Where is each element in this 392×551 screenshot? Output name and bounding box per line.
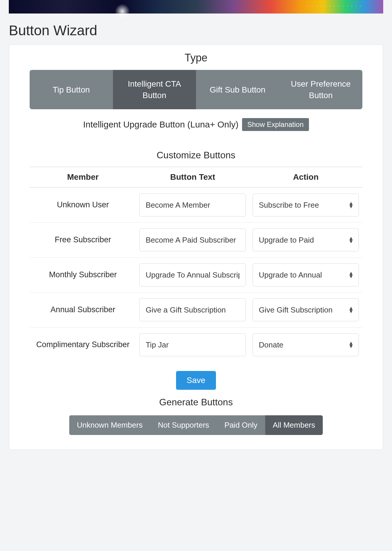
member-monthly-subscriber: Monthly Subscriber [30,269,136,280]
table-row: Annual Subscriber Give Gift Subscription… [30,293,362,327]
type-tab-group: Tip Button Intelligent CTA Button Gift S… [30,70,362,109]
table-row: Monthly Subscriber Upgrade to Annual ▲▼ [30,258,362,293]
member-complimentary-subscriber: Complimentary Subscriber [30,339,136,350]
customize-heading: Customize Buttons [9,143,383,167]
table-header-row: Member Button Text Action [30,167,362,188]
action-select-annual[interactable]: Give Gift Subscription [253,298,359,321]
gentab-unknown-members[interactable]: Unknown Members [69,415,150,435]
type-heading: Type [9,45,383,70]
page-title: Button Wizard [9,22,383,38]
intelligent-upgrade-label: Intelligent Upgrade Button (Luna+ Only) [83,120,239,130]
buttontext-input-unknown[interactable] [139,194,246,216]
action-select-monthly[interactable]: Upgrade to Annual [253,263,359,286]
col-member-header: Member [30,172,136,182]
col-action-header: Action [249,172,362,182]
tab-gift-sub[interactable]: Gift Sub Button [196,70,279,109]
col-buttontext-header: Button Text [136,172,249,182]
main-container: Button Wizard Type Tip Button Intelligen… [0,14,392,459]
type-subheader: Intelligent Upgrade Button (Luna+ Only) … [9,109,383,143]
generate-tab-group: Unknown Members Not Supporters Paid Only… [69,415,323,435]
tab-tip-button[interactable]: Tip Button [30,70,113,109]
generate-heading: Generate Buttons [9,393,383,412]
buttontext-input-complimentary[interactable] [139,333,246,356]
tab-user-preference[interactable]: User Preference Button [279,70,363,109]
gentab-all-members[interactable]: All Members [265,415,323,435]
save-button[interactable]: Save [176,371,216,390]
table-row: Complimentary Subscriber Donate ▲▼ [30,327,362,362]
gentab-paid-only[interactable]: Paid Only [217,415,265,435]
action-select-unknown[interactable]: Subscribe to Free [253,194,359,216]
buttontext-input-free[interactable] [139,229,246,251]
gentab-not-supporters[interactable]: Not Supporters [150,415,217,435]
action-select-free[interactable]: Upgrade to Paid [253,229,359,251]
buttontext-input-annual[interactable] [139,298,246,321]
table-row: Unknown User Subscribe to Free ▲▼ [30,188,362,223]
customize-table: Member Button Text Action Unknown User S… [30,167,362,362]
member-annual-subscriber: Annual Subscriber [30,304,136,315]
show-explanation-button[interactable]: Show Explanation [242,118,309,131]
wizard-card: Type Tip Button Intelligent CTA Button G… [9,44,383,450]
member-free-subscriber: Free Subscriber [30,234,136,246]
tab-intelligent-cta[interactable]: Intelligent CTA Button [113,70,196,109]
header-banner [9,0,383,14]
table-row: Free Subscriber Upgrade to Paid ▲▼ [30,223,362,258]
buttontext-input-monthly[interactable] [139,263,246,286]
action-select-complimentary[interactable]: Donate [253,333,359,356]
member-unknown-user: Unknown User [30,199,136,211]
